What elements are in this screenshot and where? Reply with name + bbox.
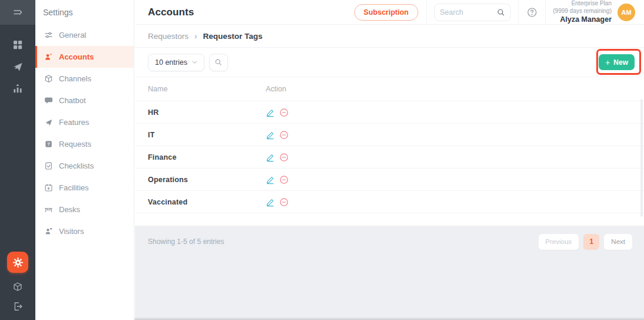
- search-input[interactable]: [440, 8, 494, 17]
- sidebar-item-chatbot[interactable]: Chatbot: [35, 90, 134, 111]
- dashboard-icon[interactable]: [12, 39, 24, 51]
- column-header-action: Action: [266, 85, 286, 93]
- top-header: Accounts Subscription: [135, 0, 644, 25]
- tag-name-cell: Vaccinated: [148, 198, 266, 206]
- sidebar-item-label: Visitors: [59, 227, 84, 236]
- logout-icon[interactable]: [12, 301, 23, 312]
- sidebar-item-label: General: [59, 31, 86, 39]
- table-row: Operations: [135, 169, 644, 191]
- sidebar-item-facilities[interactable]: Facilities: [35, 177, 134, 199]
- sidebar-item-label: Desks: [59, 205, 80, 214]
- users-icon: [44, 52, 53, 61]
- table-toolbar: 10 entries + New: [135, 48, 644, 77]
- column-header-name: Name: [148, 85, 266, 93]
- sidebar-item-visitors[interactable]: Visitors: [35, 220, 134, 242]
- tag-name-cell: Operations: [148, 176, 266, 184]
- header-divider: [426, 0, 427, 24]
- remove-icon[interactable]: [279, 175, 289, 184]
- analytics-icon[interactable]: [12, 83, 24, 94]
- entries-select-value: 10 entries: [155, 58, 187, 67]
- table-row: HR: [135, 101, 644, 124]
- breadcrumb-parent[interactable]: Requestors: [148, 32, 189, 41]
- plan-info: Enterprise Plan (9999 days remaining) Al…: [553, 0, 612, 25]
- desk-icon: [44, 205, 53, 214]
- sidebar-item-accounts[interactable]: Accounts: [35, 46, 134, 68]
- header-divider: [518, 0, 519, 24]
- edit-icon[interactable]: [266, 197, 275, 207]
- table-header-row: Name Action: [135, 77, 644, 101]
- sidebar-item-label: Facilities: [59, 183, 89, 192]
- table-row: Vaccinated: [135, 191, 644, 213]
- remove-icon[interactable]: [279, 108, 289, 117]
- sidebar-item-label: Chatbot: [59, 96, 86, 105]
- remove-icon[interactable]: [279, 130, 289, 140]
- sidebar-item-label: Features: [59, 118, 89, 127]
- collapse-sidebar-icon[interactable]: [0, 0, 35, 25]
- tag-name-cell: Finance: [148, 153, 266, 161]
- current-page-button[interactable]: 1: [583, 234, 599, 250]
- integrations-cube-icon[interactable]: [12, 282, 23, 292]
- table-row: IT: [135, 124, 644, 146]
- table-bottom-gap: [135, 213, 644, 226]
- app-window: Settings General Accounts Channels Chatb…: [0, 0, 644, 320]
- table-search-button[interactable]: [209, 54, 228, 71]
- chevron-down-icon: [192, 61, 197, 64]
- sidebar-item-general[interactable]: General: [35, 24, 134, 46]
- sidebar-item-requests[interactable]: ? Requests: [35, 133, 134, 155]
- previous-page-button[interactable]: Previous: [539, 234, 579, 250]
- sliders-icon: [44, 31, 53, 39]
- user-name: Alyza Manager: [553, 15, 612, 24]
- sidebar-item-features[interactable]: Features: [35, 111, 134, 133]
- next-page-button[interactable]: Next: [604, 234, 632, 250]
- edit-icon[interactable]: [266, 130, 275, 140]
- settings-panel: Settings General Accounts Channels Chatb…: [35, 0, 134, 320]
- subscription-button[interactable]: Subscription: [354, 4, 418, 21]
- settings-panel-title: Settings: [35, 0, 134, 24]
- help-icon[interactable]: [527, 7, 537, 18]
- announcements-icon[interactable]: [12, 61, 24, 72]
- entries-select[interactable]: 10 entries: [148, 54, 204, 71]
- main-content: Accounts Subscription: [135, 0, 644, 320]
- search-box: [434, 4, 511, 21]
- header-divider: [545, 0, 546, 24]
- sidebar-item-label: Checklists: [59, 161, 94, 170]
- calendar-icon: [44, 183, 53, 192]
- page-title: Accounts: [148, 6, 194, 18]
- sidebar-item-label: Requests: [59, 140, 91, 149]
- page-footer: Showing 1-5 of 5 entries Previous 1 Next: [135, 226, 644, 320]
- settings-gear-icon[interactable]: [7, 252, 28, 273]
- tag-name-cell: HR: [148, 108, 266, 117]
- plan-days-remaining: (9999 days remaining): [553, 7, 612, 15]
- checklist-icon: [44, 161, 53, 170]
- plus-icon: +: [605, 58, 610, 67]
- remove-icon[interactable]: [279, 153, 289, 162]
- sidebar-item-desks[interactable]: Desks: [35, 199, 134, 220]
- settings-nav-items: General Accounts Channels Chatbot Featur…: [35, 24, 134, 242]
- new-button[interactable]: + New: [599, 54, 635, 70]
- sidebar-item-checklists[interactable]: Checklists: [35, 155, 134, 177]
- chevron-right-icon: ›: [194, 32, 197, 41]
- sidebar-item-label: Accounts: [59, 52, 94, 61]
- plan-name: Enterprise Plan: [553, 0, 612, 7]
- breadcrumb-current: Requestor Tags: [203, 32, 262, 41]
- megaphone-icon: [44, 118, 53, 127]
- visitor-icon: [44, 227, 53, 236]
- tag-name-cell: IT: [148, 131, 266, 139]
- svg-text:?: ?: [47, 141, 50, 147]
- pagination: Previous 1 Next: [539, 233, 632, 250]
- cube-icon: [44, 74, 53, 83]
- showing-entries-text: Showing 1-5 of 5 entries: [148, 237, 224, 246]
- sidebar-item-label: Channels: [59, 74, 91, 83]
- sidebar-item-channels[interactable]: Channels: [35, 68, 134, 90]
- search-icon[interactable]: [497, 8, 505, 17]
- remove-icon[interactable]: [279, 197, 289, 207]
- edit-icon[interactable]: [266, 153, 275, 162]
- chat-icon: [44, 96, 53, 105]
- app-rail: [0, 0, 35, 320]
- avatar[interactable]: AM: [617, 4, 635, 21]
- scrollbar[interactable]: [640, 99, 643, 217]
- table-row: Finance: [135, 146, 644, 169]
- new-button-label: New: [613, 58, 628, 67]
- edit-icon[interactable]: [266, 108, 275, 117]
- edit-icon[interactable]: [266, 175, 275, 184]
